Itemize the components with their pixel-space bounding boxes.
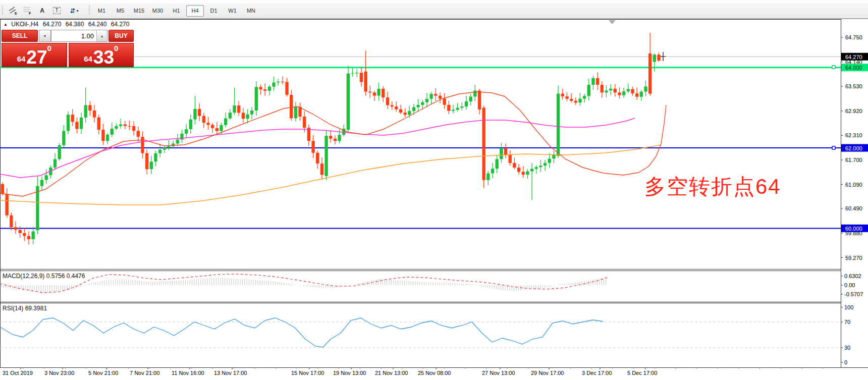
chart-markers: [609, 20, 835, 149]
sell-price-point: 0: [47, 43, 51, 52]
time-tick-label: 21 Nov 13:00: [375, 370, 408, 376]
price-tick-label: 61.090: [845, 182, 862, 188]
sell-price-tile[interactable]: 64 27 0: [2, 43, 67, 67]
one-click-trading-panel: SELL ▼ ▲ BUY 64 27 0 64 33 0: [2, 30, 134, 67]
price-axis[interactable]: 64.75064.14063.53062.92062.31061.70061.0…: [841, 34, 868, 261]
indicator-scale-label: 30: [844, 345, 850, 351]
time-tick-label: 3 Nov 23:00: [44, 370, 74, 376]
time-axis[interactable]: 31 Oct 20193 Nov 23:005 Nov 21:007 Nov 2…: [3, 367, 823, 376]
time-tick-label: 31 Oct 2019: [3, 370, 33, 376]
price-badge-label: 64.000: [845, 65, 862, 71]
volume-input[interactable]: [51, 30, 96, 41]
macd-label: MACD(12,26,9) 0.5756 0.4476: [3, 273, 85, 280]
trading-app-window: E F A T ⇵ ▾ M1M5M15M30H1H4D1W1MN 64.7506…: [0, 0, 868, 380]
time-tick-label: 19 Nov 13:00: [333, 370, 366, 376]
ohlc-open: 64.270: [43, 21, 62, 28]
time-tick-label: 13 Nov 17:00: [214, 370, 247, 376]
indicator-scale-label: 70: [844, 319, 850, 325]
price-badge-label: 62.000: [845, 145, 862, 151]
buy-price-pips: 33: [93, 49, 114, 65]
price-tick-label: 62.920: [845, 108, 862, 114]
time-tick-label: 3 Dec 17:00: [582, 370, 612, 376]
ohlc-low: 64.240: [88, 21, 107, 28]
price-tick-label: 64.750: [845, 34, 862, 40]
symbol-period-label: UKOil-,H4: [11, 21, 38, 28]
buy-price-tile[interactable]: 64 33 0: [69, 43, 134, 67]
time-tick-label: 5 Nov 21:00: [88, 370, 118, 376]
time-tick-label: 15 Nov 17:00: [291, 370, 324, 376]
volume-field-wrap: ▲: [51, 30, 107, 42]
price-tick-label: 61.700: [845, 157, 862, 163]
indicator-axes[interactable]: 0.63020.00-0.570710070300: [841, 273, 863, 365]
horizontal-level-lines[interactable]: [0, 57, 841, 228]
symbol-info-bar: ▲ UKOil-,H4 64.270 64.380 64.240 64.270: [4, 21, 132, 28]
time-tick-label: 5 Dec 17:00: [627, 370, 657, 376]
indicator-scale-label: 0: [844, 359, 847, 365]
price-badge-label: 60.000: [845, 226, 862, 232]
time-tick-label: 27 Nov 13:00: [482, 370, 515, 376]
buy-price-point: 0: [114, 43, 118, 52]
price-tick-label: 62.310: [845, 132, 862, 138]
indicator-scale-label: 0.6302: [844, 273, 861, 279]
macd-panel: [0, 274, 608, 293]
indicator-scale-label: -0.5707: [844, 291, 863, 297]
expander-triangle-icon[interactable]: ▲: [4, 22, 8, 27]
time-tick-label: 11 Nov 16:00: [172, 370, 204, 376]
price-tick-label: 59.270: [845, 255, 862, 261]
time-tick-label: 7 Nov 21:00: [130, 370, 159, 376]
time-tick-label: 29 Nov 17:00: [531, 370, 564, 376]
ohlc-close: 64.270: [111, 21, 130, 28]
price-badge-label: 64.270: [845, 54, 862, 60]
price-tick-label: 63.530: [845, 83, 862, 89]
price-tick-label: 60.490: [845, 205, 862, 211]
indicator-scale-label: 0.00: [844, 282, 855, 288]
sell-price-pips: 27: [26, 49, 47, 65]
volume-increase-button[interactable]: ▲: [96, 30, 107, 41]
sell-price-integer: 64: [17, 55, 26, 65]
volume-decrease-button[interactable]: ▼: [39, 30, 51, 42]
chart-text-annotation[interactable]: 多空转折点64: [644, 173, 781, 201]
rsi-label: RSI(14) 69.3981: [3, 305, 47, 312]
time-tick-label: 25 Nov 08:00: [418, 370, 451, 376]
buy-price-integer: 64: [84, 55, 92, 65]
rsi-panel: [0, 318, 841, 348]
buy-button[interactable]: BUY: [108, 30, 134, 42]
ohlc-high: 64.380: [66, 21, 84, 28]
sell-button[interactable]: SELL: [2, 30, 38, 42]
indicator-scale-label: 100: [844, 304, 853, 310]
